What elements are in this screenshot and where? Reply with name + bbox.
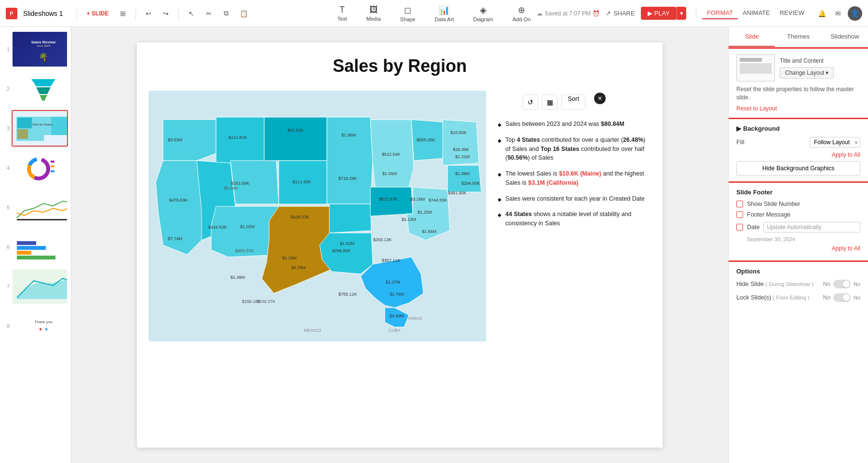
slide-thumb-3[interactable]: Sales by Region — [12, 110, 68, 147]
options-section: Options Hide Slide ( During Slideshow ) … — [729, 262, 868, 313]
svg-text:$1.13M: $1.13M — [402, 217, 416, 222]
svg-rect-14 — [51, 165, 54, 167]
messages-button[interactable]: ✉ — [831, 7, 845, 20]
background-title: ▶ Background — [736, 125, 860, 132]
date-checkbox[interactable] — [736, 224, 743, 231]
svg-rect-17 — [17, 241, 36, 245]
user-section: 🔔 ✉ 👤 — [815, 6, 862, 21]
diagram-tool[interactable]: ◈ Diagram — [469, 3, 497, 24]
slide-num-2: 2 — [3, 86, 10, 92]
triangle-icon: ▶ — [736, 125, 741, 132]
fill-row: Fill Follow Layout — [736, 137, 860, 148]
hide-slide-toggle[interactable] — [833, 280, 851, 288]
diamond-icon-4: ◆ — [498, 196, 502, 204]
map-container: MEXICO CUBA BAHAMAS — [149, 91, 486, 399]
show-slide-number-checkbox[interactable] — [736, 201, 743, 207]
refresh-chart-button[interactable]: ↺ — [523, 95, 538, 110]
media-tool[interactable]: 🖼 Media — [363, 3, 385, 24]
slide-thumb-2[interactable] — [12, 70, 68, 107]
close-chart-button[interactable]: ✕ — [594, 93, 606, 104]
svg-marker-2 — [40, 95, 47, 101]
apply-all-footer-link[interactable]: Apply to All — [736, 245, 860, 252]
fill-label: Fill — [736, 138, 745, 146]
cut-button[interactable]: ✂ — [202, 7, 216, 20]
play-dropdown-button[interactable]: ▾ — [677, 7, 686, 20]
animate-tab[interactable]: ANIMATE — [738, 7, 775, 19]
add-on-tool[interactable]: ⊕ Add-On — [509, 3, 535, 24]
hide-slide-label: Hide Slide ( During Slideshow ) — [736, 281, 814, 287]
slide-thumb-1[interactable]: Sales Review June 2024 🌴 — [12, 31, 68, 68]
slide-row-1: 1 Sales Review June 2024 🌴 — [3, 31, 68, 68]
background-section: ▶ Background Fill Follow Layout Apply to… — [729, 119, 868, 181]
slide-thumb-7[interactable] — [12, 268, 68, 305]
slide-thumb-8[interactable]: Thank you ✦ ✦ — [12, 308, 68, 344]
svg-marker-26 — [216, 117, 264, 163]
paste-button[interactable]: 📋 — [237, 7, 250, 20]
data-art-tool[interactable]: 📊 Data Art — [431, 3, 458, 24]
hide-slide-toggle-group: No No — [823, 280, 860, 288]
svg-text:$3.18M: $3.18M — [410, 197, 425, 202]
view-toggle-button[interactable]: ⊞ — [116, 7, 130, 20]
copy-button[interactable]: ⧉ — [219, 7, 233, 20]
fill-select[interactable]: Follow Layout — [810, 137, 860, 148]
svg-marker-0 — [31, 79, 55, 86]
notifications-button[interactable]: 🔔 — [815, 7, 828, 20]
redo-button[interactable]: ↪ — [159, 7, 173, 20]
play-icon: ▶ — [648, 10, 652, 17]
svg-text:$955.57K: $955.57K — [235, 248, 254, 253]
chart-type-button[interactable]: ▦ — [542, 95, 557, 110]
share-button[interactable]: ↗ SHARE — [606, 10, 635, 17]
insight-5: ◆ 44 States shows a notable level of sta… — [498, 210, 647, 228]
show-slide-number-label: Show Slide Number — [747, 201, 800, 207]
hide-background-graphics-button[interactable]: Hide Background Graphics — [736, 161, 860, 176]
save-info: ☁ Saved at 7:07 PM ⏰ — [537, 10, 599, 17]
play-button[interactable]: ▶ PLAY — [641, 7, 677, 20]
slide-row-8: 8 Thank you ✦ ✦ — [3, 308, 68, 344]
play-group: ▶ PLAY ▾ — [641, 7, 686, 20]
footer-message-checkbox[interactable] — [736, 211, 743, 218]
thumb-8-icons: ✦ ✦ — [38, 326, 49, 333]
divider2 — [136, 8, 136, 19]
svg-text:$655.28K: $655.28K — [417, 137, 435, 142]
add-slide-button[interactable]: + SLIDE — [83, 8, 113, 19]
undo-button[interactable]: ↩ — [142, 7, 155, 20]
format-tab[interactable]: FORMAT — [702, 7, 738, 19]
svg-rect-19 — [17, 251, 31, 255]
slide-row-2: 2 — [3, 70, 68, 107]
lock-slide-sub: ( From Editing ) — [773, 295, 810, 300]
layout-section: Title and Content Change Layout ▾ Reset … — [729, 49, 868, 118]
svg-text:$744.55K: $744.55K — [429, 198, 448, 203]
slide-thumb-5[interactable] — [12, 189, 68, 226]
right-panel: Slide Themes Slideshow Title and Content… — [728, 27, 868, 463]
slide-thumb-6[interactable] — [12, 229, 68, 265]
svg-text:$1.31M: $1.31M — [455, 154, 470, 159]
slide-thumb-4[interactable] — [12, 150, 68, 186]
svg-text:$5.04K: $5.04K — [224, 186, 238, 191]
donut-chart-thumb — [24, 153, 63, 182]
slide-num-7: 7 — [3, 284, 10, 289]
avatar[interactable]: 👤 — [848, 6, 862, 21]
svg-text:$416.53K: $416.53K — [208, 225, 227, 230]
cursor-button[interactable]: ↖ — [185, 7, 198, 20]
svg-text:CUBA: CUBA — [388, 328, 400, 333]
insight-3-high: $3.1M (California) — [528, 179, 578, 186]
text-tool[interactable]: T Text — [333, 3, 351, 24]
svg-marker-42 — [448, 165, 481, 192]
date-input[interactable] — [763, 222, 860, 232]
lock-slide-toggle[interactable] — [833, 293, 851, 302]
change-layout-button[interactable]: Change Layout ▾ — [780, 67, 834, 79]
hide-slide-row: Hide Slide ( During Slideshow ) No No — [736, 280, 860, 288]
apply-all-background-link[interactable]: Apply to All — [736, 151, 860, 158]
tab-themes[interactable]: Themes — [775, 27, 821, 47]
shape-tool[interactable]: ◻ Shape — [396, 3, 420, 24]
tab-slide[interactable]: Slide — [729, 27, 775, 47]
reset-to-layout-link[interactable]: Reset to Layout — [736, 105, 777, 112]
svg-rect-20 — [17, 256, 55, 259]
review-tab[interactable]: REVIEW — [775, 7, 809, 19]
insight-1: ◆ Sales between 2023 and 2024 was $80.84… — [498, 120, 647, 129]
sort-button[interactable]: Sort — [561, 95, 585, 110]
slide-num-1: 1 — [3, 46, 10, 52]
tab-slideshow[interactable]: Slideshow — [822, 27, 868, 47]
footer-message-row: Footer Message — [736, 211, 860, 218]
svg-text:$1.27M: $1.27M — [386, 280, 400, 285]
